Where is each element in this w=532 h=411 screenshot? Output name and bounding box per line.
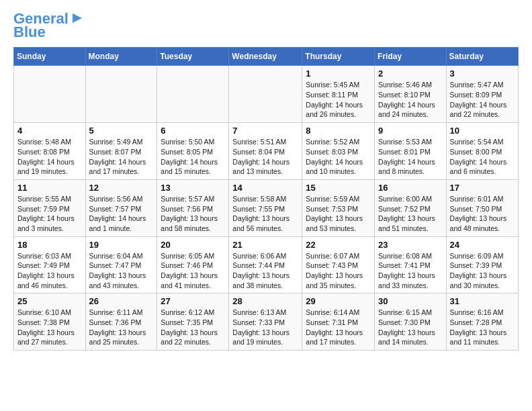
day-number: 2 — [378, 68, 443, 79]
day-cell: 12Sunrise: 5:56 AM Sunset: 7:57 PM Dayli… — [85, 179, 157, 236]
day-detail: Sunrise: 6:09 AM Sunset: 7:39 PM Dayligh… — [450, 251, 515, 291]
day-cell: 20Sunrise: 6:05 AM Sunset: 7:46 PM Dayli… — [157, 236, 229, 293]
day-number: 26 — [89, 296, 154, 306]
day-cell: 13Sunrise: 5:57 AM Sunset: 7:56 PM Dayli… — [157, 179, 229, 236]
day-cell: 5Sunrise: 5:49 AM Sunset: 8:07 PM Daylig… — [85, 123, 157, 180]
col-header-tuesday: Tuesday — [157, 48, 229, 66]
day-number: 9 — [378, 126, 443, 136]
day-number: 10 — [450, 126, 515, 136]
day-number: 14 — [232, 183, 298, 193]
day-cell: 8Sunrise: 5:52 AM Sunset: 8:03 PM Daylig… — [302, 123, 375, 180]
day-detail: Sunrise: 6:12 AM Sunset: 7:35 PM Dayligh… — [161, 308, 225, 347]
day-cell: 6Sunrise: 5:50 AM Sunset: 8:05 PM Daylig… — [157, 123, 229, 180]
logo-blue-text: Blue — [13, 24, 46, 40]
day-number: 19 — [89, 240, 154, 250]
day-detail: Sunrise: 6:03 AM Sunset: 7:49 PM Dayligh… — [17, 251, 82, 291]
day-number: 28 — [232, 296, 298, 306]
col-header-friday: Friday — [375, 48, 447, 66]
day-cell — [157, 66, 229, 123]
day-detail: Sunrise: 5:58 AM Sunset: 7:55 PM Dayligh… — [232, 194, 298, 234]
calendar-table: SundayMondayTuesdayWednesdayThursdayFrid… — [13, 47, 519, 351]
day-cell: 19Sunrise: 6:04 AM Sunset: 7:47 PM Dayli… — [85, 236, 157, 293]
day-number: 3 — [450, 68, 515, 79]
logo-icon — [70, 11, 85, 26]
day-number: 20 — [161, 240, 225, 250]
day-detail: Sunrise: 6:10 AM Sunset: 7:38 PM Dayligh… — [17, 308, 82, 347]
day-detail: Sunrise: 5:47 AM Sunset: 8:09 PM Dayligh… — [450, 80, 515, 120]
day-number: 1 — [306, 68, 371, 79]
day-detail: Sunrise: 5:56 AM Sunset: 7:57 PM Dayligh… — [89, 194, 154, 234]
calendar-header-row: SundayMondayTuesdayWednesdayThursdayFrid… — [14, 48, 519, 66]
day-detail: Sunrise: 5:57 AM Sunset: 7:56 PM Dayligh… — [161, 194, 225, 234]
week-row-2: 4Sunrise: 5:48 AM Sunset: 8:08 PM Daylig… — [14, 123, 519, 180]
day-cell: 15Sunrise: 5:59 AM Sunset: 7:53 PM Dayli… — [302, 179, 375, 236]
day-cell: 14Sunrise: 5:58 AM Sunset: 7:55 PM Dayli… — [229, 179, 302, 236]
day-number: 24 — [450, 240, 515, 250]
day-detail: Sunrise: 5:54 AM Sunset: 8:00 PM Dayligh… — [450, 137, 515, 177]
day-cell: 4Sunrise: 5:48 AM Sunset: 8:08 PM Daylig… — [14, 123, 86, 180]
day-detail: Sunrise: 6:11 AM Sunset: 7:36 PM Dayligh… — [89, 308, 154, 347]
day-cell: 24Sunrise: 6:09 AM Sunset: 7:39 PM Dayli… — [446, 236, 518, 293]
day-cell: 17Sunrise: 6:01 AM Sunset: 7:50 PM Dayli… — [446, 179, 518, 236]
col-header-saturday: Saturday — [446, 48, 518, 66]
col-header-sunday: Sunday — [14, 48, 86, 66]
day-detail: Sunrise: 6:01 AM Sunset: 7:50 PM Dayligh… — [450, 194, 515, 234]
day-number: 7 — [232, 126, 298, 136]
day-cell: 11Sunrise: 5:55 AM Sunset: 7:59 PM Dayli… — [14, 179, 86, 236]
day-cell: 27Sunrise: 6:12 AM Sunset: 7:35 PM Dayli… — [157, 293, 229, 351]
day-detail: Sunrise: 6:07 AM Sunset: 7:43 PM Dayligh… — [306, 251, 371, 291]
day-cell: 23Sunrise: 6:08 AM Sunset: 7:41 PM Dayli… — [375, 236, 447, 293]
day-detail: Sunrise: 5:45 AM Sunset: 8:11 PM Dayligh… — [306, 80, 371, 120]
day-detail: Sunrise: 6:16 AM Sunset: 7:28 PM Dayligh… — [450, 308, 515, 347]
day-cell: 28Sunrise: 6:13 AM Sunset: 7:33 PM Dayli… — [229, 293, 302, 351]
day-cell: 1Sunrise: 5:45 AM Sunset: 8:11 PM Daylig… — [302, 66, 375, 123]
day-number: 27 — [161, 296, 225, 306]
day-number: 22 — [306, 240, 371, 250]
day-cell: 29Sunrise: 6:14 AM Sunset: 7:31 PM Dayli… — [302, 293, 375, 351]
day-cell: 16Sunrise: 6:00 AM Sunset: 7:52 PM Dayli… — [375, 179, 447, 236]
week-row-5: 25Sunrise: 6:10 AM Sunset: 7:38 PM Dayli… — [14, 293, 519, 351]
day-number: 29 — [306, 296, 371, 306]
day-cell: 18Sunrise: 6:03 AM Sunset: 7:49 PM Dayli… — [14, 236, 86, 293]
day-number: 13 — [161, 183, 225, 193]
day-number: 25 — [17, 296, 82, 306]
week-row-4: 18Sunrise: 6:03 AM Sunset: 7:49 PM Dayli… — [14, 236, 519, 293]
day-cell — [14, 66, 86, 123]
day-cell: 26Sunrise: 6:11 AM Sunset: 7:36 PM Dayli… — [85, 293, 157, 351]
day-detail: Sunrise: 6:14 AM Sunset: 7:31 PM Dayligh… — [306, 308, 371, 347]
col-header-monday: Monday — [85, 48, 157, 66]
day-detail: Sunrise: 5:59 AM Sunset: 7:53 PM Dayligh… — [306, 194, 371, 234]
day-detail: Sunrise: 5:48 AM Sunset: 8:08 PM Dayligh… — [17, 137, 82, 177]
day-cell: 7Sunrise: 5:51 AM Sunset: 8:04 PM Daylig… — [229, 123, 302, 180]
day-cell: 30Sunrise: 6:15 AM Sunset: 7:30 PM Dayli… — [375, 293, 447, 351]
day-detail: Sunrise: 6:04 AM Sunset: 7:47 PM Dayligh… — [89, 251, 154, 291]
day-detail: Sunrise: 5:52 AM Sunset: 8:03 PM Dayligh… — [306, 137, 371, 177]
day-detail: Sunrise: 5:50 AM Sunset: 8:05 PM Dayligh… — [161, 137, 225, 177]
day-detail: Sunrise: 6:15 AM Sunset: 7:30 PM Dayligh… — [378, 308, 443, 347]
logo: General Blue — [13, 11, 85, 40]
day-number: 18 — [17, 240, 82, 250]
day-number: 17 — [450, 183, 515, 193]
day-detail: Sunrise: 6:00 AM Sunset: 7:52 PM Dayligh… — [378, 194, 443, 234]
day-number: 4 — [17, 126, 82, 136]
day-number: 21 — [232, 240, 298, 250]
day-number: 31 — [450, 296, 515, 306]
day-number: 5 — [89, 126, 154, 136]
day-cell: 3Sunrise: 5:47 AM Sunset: 8:09 PM Daylig… — [446, 66, 518, 123]
day-cell — [85, 66, 157, 123]
page-header: General Blue — [13, 11, 519, 40]
day-number: 30 — [378, 296, 443, 306]
day-cell: 31Sunrise: 6:16 AM Sunset: 7:28 PM Dayli… — [446, 293, 518, 351]
day-detail: Sunrise: 6:06 AM Sunset: 7:44 PM Dayligh… — [232, 251, 298, 291]
day-number: 8 — [306, 126, 371, 136]
day-cell: 10Sunrise: 5:54 AM Sunset: 8:00 PM Dayli… — [446, 123, 518, 180]
day-detail: Sunrise: 6:08 AM Sunset: 7:41 PM Dayligh… — [378, 251, 443, 291]
week-row-1: 1Sunrise: 5:45 AM Sunset: 8:11 PM Daylig… — [14, 66, 519, 123]
day-number: 23 — [378, 240, 443, 250]
day-number: 12 — [89, 183, 154, 193]
day-detail: Sunrise: 6:05 AM Sunset: 7:46 PM Dayligh… — [161, 251, 225, 291]
day-number: 15 — [306, 183, 371, 193]
day-detail: Sunrise: 5:51 AM Sunset: 8:04 PM Dayligh… — [232, 137, 298, 177]
day-number: 11 — [17, 183, 82, 193]
svg-marker-0 — [73, 13, 82, 23]
